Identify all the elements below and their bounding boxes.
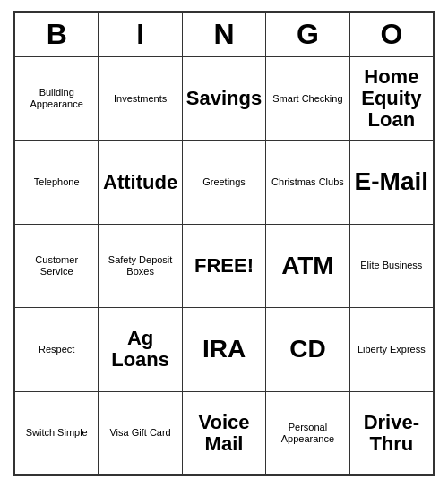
bingo-cell: FREE! <box>183 225 266 307</box>
bingo-cell: Telephone <box>15 141 99 223</box>
bingo-cell: Personal Appearance <box>266 392 349 474</box>
bingo-cell: Switch Simple <box>15 392 99 474</box>
header-letter: N <box>183 13 266 56</box>
bingo-card: BINGO Building AppearanceInvestmentsSavi… <box>13 11 435 476</box>
header-letter: G <box>266 13 349 56</box>
bingo-row: Building AppearanceInvestmentsSavingsSma… <box>15 57 433 141</box>
bingo-header: BINGO <box>15 13 433 57</box>
bingo-cell: Attitude <box>99 141 182 223</box>
bingo-row: RespectAg LoansIRACDLiberty Express <box>15 308 433 391</box>
bingo-cell: ATM <box>266 225 349 307</box>
bingo-cell: Christmas Clubs <box>266 141 349 223</box>
bingo-cell: Investments <box>99 57 182 140</box>
header-letter: O <box>350 13 433 56</box>
bingo-cell: Smart Checking <box>266 57 349 140</box>
header-letter: B <box>15 13 99 56</box>
bingo-cell: Voice Mail <box>183 392 266 474</box>
bingo-cell: Home Equity Loan <box>350 57 433 140</box>
bingo-cell: Building Appearance <box>15 57 99 140</box>
bingo-cell: Respect <box>15 308 99 390</box>
bingo-row: TelephoneAttitudeGreetingsChristmas Club… <box>15 141 433 224</box>
bingo-cell: IRA <box>183 308 266 390</box>
bingo-grid: Building AppearanceInvestmentsSavingsSma… <box>15 57 433 474</box>
bingo-row: Customer ServiceSafety Deposit BoxesFREE… <box>15 225 433 308</box>
header-letter: I <box>99 13 182 56</box>
bingo-cell: Drive-Thru <box>350 392 433 474</box>
bingo-cell: Ag Loans <box>99 308 182 390</box>
bingo-cell: CD <box>266 308 349 390</box>
bingo-cell: Liberty Express <box>350 308 433 390</box>
bingo-cell: Savings <box>183 57 266 140</box>
bingo-row: Switch SimpleVisa Gift CardVoice MailPer… <box>15 392 433 474</box>
bingo-cell: Visa Gift Card <box>99 392 182 474</box>
bingo-cell: Elite Business <box>350 225 433 307</box>
bingo-cell: Customer Service <box>15 225 99 307</box>
bingo-cell: Greetings <box>183 141 266 223</box>
bingo-cell: Safety Deposit Boxes <box>99 225 182 307</box>
bingo-cell: E-Mail <box>350 141 433 223</box>
